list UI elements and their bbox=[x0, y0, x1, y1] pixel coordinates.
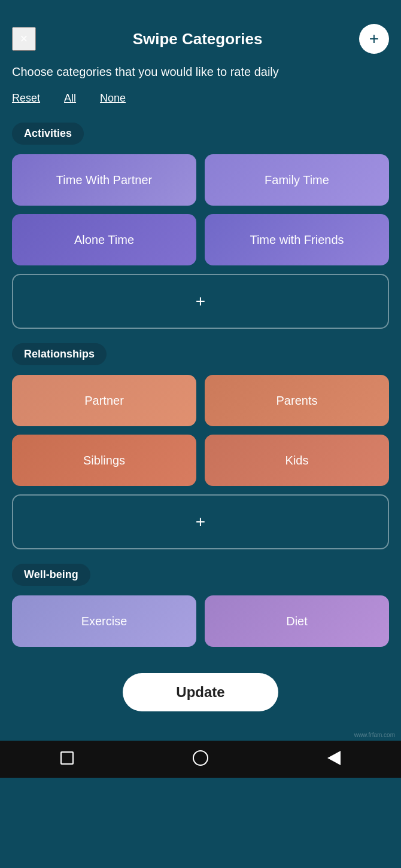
relationships-section: Relationships Partner Parents Siblings K… bbox=[12, 343, 389, 564]
circle-icon bbox=[193, 750, 208, 766]
close-button[interactable]: × bbox=[12, 27, 36, 51]
update-button[interactable]: Update bbox=[123, 673, 278, 711]
wellbeing-section: Well-being Exercise Diet bbox=[12, 564, 389, 647]
nav-square-button[interactable] bbox=[58, 749, 76, 767]
relationships-label: Relationships bbox=[12, 343, 107, 365]
header: × Swipe Categories + bbox=[0, 0, 401, 63]
square-icon bbox=[60, 751, 74, 765]
time-with-partner-button[interactable]: Time With Partner bbox=[12, 154, 196, 206]
family-time-button[interactable]: Family Time bbox=[205, 154, 389, 206]
siblings-button[interactable]: Siblings bbox=[12, 435, 196, 486]
global-add-button[interactable]: + bbox=[359, 24, 389, 54]
watermark: www.frfam.com bbox=[0, 729, 401, 741]
reset-button[interactable]: Reset bbox=[12, 92, 40, 105]
parents-button[interactable]: Parents bbox=[205, 375, 389, 426]
triangle-icon bbox=[327, 751, 341, 765]
close-icon: × bbox=[20, 31, 28, 47]
actions-row: Reset All None bbox=[0, 90, 401, 117]
subtitle-text: Choose categories that you would like to… bbox=[0, 63, 401, 90]
nav-back-button[interactable] bbox=[325, 749, 343, 767]
all-button[interactable]: All bbox=[64, 92, 76, 105]
nav-circle-button[interactable] bbox=[192, 749, 209, 767]
activities-label: Activities bbox=[12, 123, 84, 145]
nav-bar bbox=[0, 741, 401, 778]
diet-button[interactable]: Diet bbox=[205, 595, 389, 647]
wellbeing-grid: Exercise Diet bbox=[12, 595, 389, 647]
time-with-friends-button[interactable]: Time with Friends bbox=[205, 214, 389, 265]
plus-icon: + bbox=[369, 29, 379, 48]
activities-grid: Time With Partner Family Time Alone Time… bbox=[12, 154, 389, 265]
kids-button[interactable]: Kids bbox=[205, 435, 389, 486]
activities-section: Activities Time With Partner Family Time… bbox=[12, 123, 389, 343]
add-activity-button[interactable]: + bbox=[12, 274, 389, 329]
content: Activities Time With Partner Family Time… bbox=[0, 117, 401, 667]
relationships-grid: Partner Parents Siblings Kids bbox=[12, 375, 389, 486]
exercise-button[interactable]: Exercise bbox=[12, 595, 196, 647]
partner-button[interactable]: Partner bbox=[12, 375, 196, 426]
page-title: Swipe Categories bbox=[36, 30, 359, 48]
none-button[interactable]: None bbox=[100, 92, 126, 105]
add-relationship-button[interactable]: + bbox=[12, 494, 389, 549]
alone-time-button[interactable]: Alone Time bbox=[12, 214, 196, 265]
wellbeing-label: Well-being bbox=[12, 564, 90, 586]
